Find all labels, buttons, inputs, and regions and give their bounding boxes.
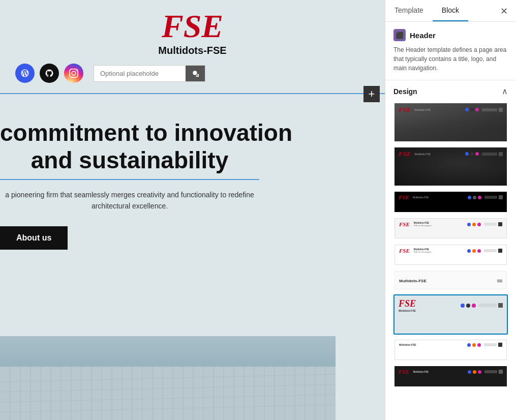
thumb-hamburger-icon: [497, 280, 502, 282]
design-section: Design ∧ FSE Multidots-FSE: [385, 80, 516, 420]
design-header: Design ∧: [393, 86, 508, 96]
panel-tabs: Template Block ✕: [385, 0, 516, 22]
search-bar[interactable]: [94, 65, 205, 82]
template-thumb-2[interactable]: FSE Multidots-FSE: [393, 146, 508, 187]
about-us-button[interactable]: About us: [0, 226, 68, 250]
instagram-icon[interactable]: [64, 64, 83, 83]
block-info: ⬛ Header The Header template defines a p…: [385, 22, 516, 80]
close-panel-button[interactable]: ✕: [497, 4, 511, 18]
design-title: Design: [393, 87, 417, 96]
template-grid: FSE Multidots-FSE: [393, 102, 508, 387]
template-thumb-1[interactable]: FSE Multidots-FSE: [393, 102, 508, 142]
hero-description: a pioneering firm that seamlessly merges…: [0, 189, 259, 212]
header-bottom: [15, 64, 370, 83]
template-thumb-9[interactable]: FSE Multidots-FSE: [393, 365, 508, 387]
wordpress-icon[interactable]: [15, 64, 35, 83]
collapse-design-button[interactable]: ∧: [502, 86, 508, 96]
template-thumb-6[interactable]: Multidots-FSE: [393, 270, 508, 290]
search-input[interactable]: [94, 66, 186, 81]
hero-title-line1: commitment to innovation: [0, 119, 385, 146]
right-panel: Template Block ✕ ⬛ Header The Header tem…: [385, 0, 516, 420]
site-header: FSE Multidots-FSE +: [0, 0, 385, 94]
site-logo: FSE: [162, 10, 223, 43]
site-title: Multidots-FSE: [158, 45, 226, 56]
block-description: The Header template defines a page area …: [393, 45, 508, 73]
tab-block[interactable]: Block: [433, 0, 468, 21]
main-canvas: FSE Multidots-FSE +: [0, 0, 385, 420]
github-icon[interactable]: [40, 64, 59, 83]
block-header-row: ⬛ Header: [393, 29, 508, 41]
template-thumb-8[interactable]: Multidots-FSE: [393, 339, 508, 361]
tab-template[interactable]: Template: [385, 0, 433, 21]
building-image: [0, 336, 336, 420]
social-icons: [15, 64, 83, 83]
search-button[interactable]: [186, 66, 205, 81]
template-thumb-5[interactable]: FSE Multidots-FSE FSE for Developers: [393, 244, 508, 266]
add-block-button[interactable]: +: [363, 86, 380, 102]
thumb-minimal-logo: Multidots-FSE: [399, 279, 427, 283]
block-name-label: Header: [410, 31, 436, 40]
template-thumb-4[interactable]: FSE Multidots-FSE FSE for Developers: [393, 217, 508, 239]
header-block-icon: ⬛: [393, 29, 406, 41]
template-thumb-3[interactable]: FSE Multidots-FSE: [393, 191, 508, 213]
template-thumb-7[interactable]: FSE Multidots-FSE: [393, 294, 508, 335]
hero-section: commitment to innovation and sustainabil…: [0, 94, 385, 265]
hero-title-line2: and sustainability: [0, 146, 259, 174]
svg-rect-1: [0, 367, 336, 420]
